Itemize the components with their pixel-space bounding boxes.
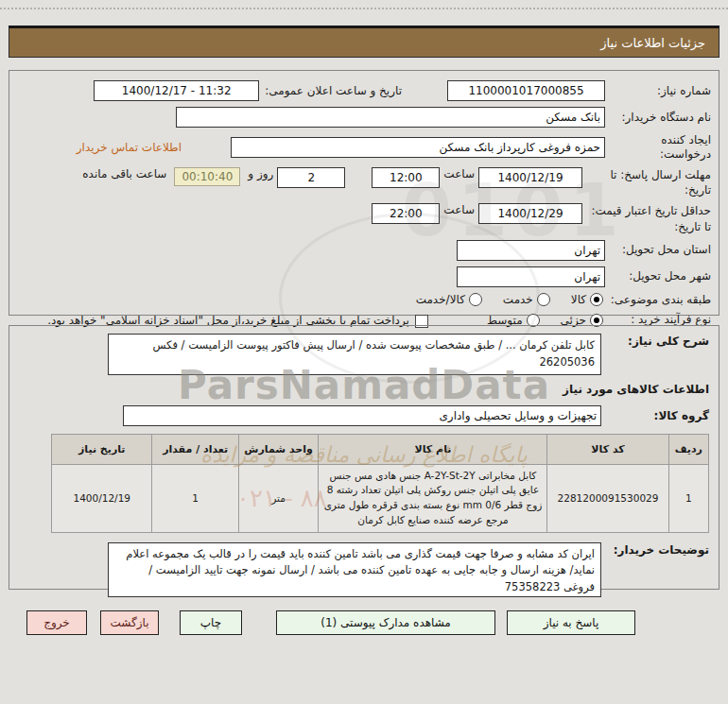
price-validity-label: حداقل تاریخ اعتبار قیمت: تا تاریخ: xyxy=(582,203,711,233)
col-row-number: ردیف xyxy=(668,434,708,464)
city-label: شهر محل تحویل: xyxy=(605,269,711,283)
need-number-input[interactable] xyxy=(447,80,605,101)
print-button[interactable]: چاپ xyxy=(180,610,242,635)
page: { "page": { "title": "جزئیات اطلاعات نیا… xyxy=(0,0,728,704)
subject-class-label: طبقه بندی موضوعی: xyxy=(605,293,711,307)
request-creator-label: ایجاد کننده درخواست: xyxy=(605,133,711,162)
buyer-org-input[interactable] xyxy=(176,107,605,128)
price-validity-time-input[interactable] xyxy=(372,203,440,224)
announce-datetime-label: تاریخ و ساعت اعلان عمومی: xyxy=(259,84,407,97)
col-unit: واحد شمارش xyxy=(238,434,319,464)
col-quantity: تعداد / مقدار xyxy=(152,434,238,464)
price-validity-date-input[interactable] xyxy=(478,203,582,224)
buyer-contact-link[interactable]: اطلاعات تماس خریدار xyxy=(77,141,182,154)
goods-table: ردیف کد کالا نام کالا واحد شمارش تعداد /… xyxy=(51,434,709,533)
row-subject-class: طبقه بندی موضوعی: کالا خدمت کالا/خدمت xyxy=(17,293,711,307)
row-need-number: شماره نیاز: تاریخ و ساعت اعلان عمومی: xyxy=(17,80,711,101)
need-info-panel: شماره نیاز: تاریخ و ساعت اعلان عمومی: نا… xyxy=(9,70,719,316)
row-province: استان محل تحویل: xyxy=(17,240,711,261)
buyer-notes-label: توضیحات خریدار: xyxy=(601,542,709,558)
row-city: شهر محل تحویل: xyxy=(17,266,711,287)
radio-goods-label: کالا xyxy=(571,293,586,306)
cell-row-number: 1 xyxy=(668,464,708,532)
goods-group-label: گروه کالا: xyxy=(601,408,709,423)
goods-section-heading: اطلاعات کالاهای مورد نیاز xyxy=(19,383,709,396)
radio-goods[interactable] xyxy=(590,293,603,306)
reply-deadline-date-input[interactable] xyxy=(478,167,582,188)
buyer-notes-box: ایران کد مشابه و صرفا جهت قیمت گذاری می … xyxy=(108,542,601,597)
goods-group-input[interactable] xyxy=(123,405,601,426)
top-divider xyxy=(0,8,728,9)
cell-quantity: 1 xyxy=(152,464,238,532)
cell-unit: متر xyxy=(238,464,319,532)
cell-goods-code: 2281200091530029 xyxy=(547,464,668,532)
col-goods-code: کد کالا xyxy=(547,434,668,464)
need-description-label: شرح کلی نیاز: xyxy=(601,334,709,349)
row-reply-deadline: مهلت ارسال پاسخ: تا تاریخ: ساعت روز و 00… xyxy=(17,167,711,197)
reply-deadline-label: مهلت ارسال پاسخ: تا تاریخ: xyxy=(582,167,711,197)
footer-buttons: پاسخ به نیاز مشاهده مدارک پیوستی (1) چاپ… xyxy=(0,610,635,635)
reply-deadline-time-input[interactable] xyxy=(372,167,440,188)
row-buyer-notes: توضیحات خریدار: ایران کد مشابه و صرفا جه… xyxy=(19,542,709,597)
radio-goods-service-label: کالا/خدمت xyxy=(416,293,465,306)
col-goods-name: نام کالا xyxy=(319,434,547,464)
reply-to-need-button[interactable]: پاسخ به نیاز xyxy=(507,610,635,635)
cell-goods-name: کابل مخابراتی A-2Y-St-2Y جنس هادی مس جنس… xyxy=(319,464,547,532)
price-validity-hour-label: ساعت xyxy=(440,203,478,216)
hours-remaining-label: ساعت باقی مانده xyxy=(78,167,170,180)
need-number-label: شماره نیاز: xyxy=(605,84,711,98)
row-goods-group: گروه کالا: xyxy=(19,405,709,426)
page-title: جزئیات اطلاعات نیاز xyxy=(600,36,705,50)
buyer-org-label: نام دستگاه خریدار: xyxy=(605,111,711,125)
radio-goods-service[interactable] xyxy=(469,293,482,306)
days-label: روز و xyxy=(244,167,277,180)
view-attached-docs-button[interactable]: مشاهده مدارک پیوستی (1) xyxy=(276,610,495,635)
goods-table-header-row: ردیف کد کالا نام کالا واحد شمارش تعداد /… xyxy=(52,434,709,464)
col-need-date: تاریخ نیاز xyxy=(52,434,152,464)
cell-need-date: 1400/12/19 xyxy=(52,464,152,532)
need-description-box: کابل تلفن کرمان ... / طبق مشخصات پیوست ش… xyxy=(108,334,601,375)
row-need-description: شرح کلی نیاز: کابل تلفن کرمان ... / طبق … xyxy=(19,334,709,375)
exit-button[interactable]: خروج xyxy=(26,610,87,635)
back-button[interactable]: بازگشت xyxy=(100,610,159,635)
request-creator-input[interactable] xyxy=(231,137,605,158)
page-title-bar: جزئیات اطلاعات نیاز xyxy=(9,26,719,58)
countdown-timer: 00:10:40 xyxy=(174,167,240,186)
days-remaining-input[interactable] xyxy=(277,167,345,188)
row-price-validity: حداقل تاریخ اعتبار قیمت: تا تاریخ: ساعت xyxy=(17,203,711,233)
announce-datetime-input[interactable] xyxy=(94,80,259,101)
province-input[interactable] xyxy=(457,240,605,261)
radio-service[interactable] xyxy=(537,293,550,306)
row-request-creator: ایجاد کننده درخواست: اطلاعات تماس خریدار xyxy=(17,133,711,162)
reply-deadline-hour-label: ساعت xyxy=(440,167,478,180)
goods-panel: شرح کلی نیاز: کابل تلفن کرمان ... / طبق … xyxy=(9,325,719,590)
province-label: استان محل تحویل: xyxy=(605,243,711,257)
row-buyer-org: نام دستگاه خریدار: xyxy=(17,107,711,128)
radio-service-label: خدمت xyxy=(503,293,533,306)
goods-table-row: 1 2281200091530029 کابل مخابراتی A-2Y-St… xyxy=(52,464,709,532)
city-input[interactable] xyxy=(457,266,605,287)
